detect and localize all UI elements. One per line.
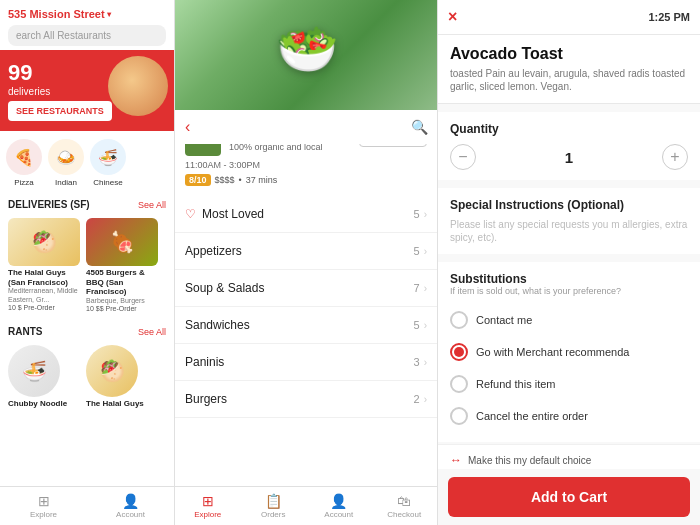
menu-count-row: 7 › xyxy=(414,282,427,294)
restaurant-card-halal2[interactable]: 🥙 The Halal Guys xyxy=(86,345,158,409)
quantity-value: 1 xyxy=(565,149,573,166)
address-bar[interactable]: 535 Mission Street ▾ xyxy=(8,8,166,20)
category-list: 🍕 Pizza 🍛 Indian 🍜 Chinese xyxy=(0,131,174,195)
menu-name: Paninis xyxy=(185,355,224,369)
radio-refund[interactable] xyxy=(450,375,468,393)
restaurant-card-chubby[interactable]: 🍜 Chubby Noodle xyxy=(8,345,80,409)
item-description: toasted Pain au levain, arugula, shaved … xyxy=(450,67,688,93)
category-item-chinese[interactable]: 🍜 Chinese xyxy=(90,139,126,187)
radio-cancel[interactable] xyxy=(450,407,468,425)
explore-icon: ⊞ xyxy=(202,493,214,509)
chinese-icon: 🍜 xyxy=(90,139,126,175)
chevron-right-icon: › xyxy=(424,320,427,331)
deliveries-see-all[interactable]: See All xyxy=(138,200,166,210)
card-title: Chubby Noodle xyxy=(8,399,80,409)
restaurants-section-header: RANTS See All xyxy=(0,322,174,341)
quantity-row: − 1 + xyxy=(450,144,688,170)
nav-account[interactable]: 👤 Account xyxy=(306,493,372,519)
menu-category-soup-salads[interactable]: Soup & Salads 7 › xyxy=(175,270,437,307)
radio-selected-indicator xyxy=(454,347,464,357)
menu-count: 3 xyxy=(414,356,420,368)
add-to-cart-button[interactable]: Add to Cart xyxy=(448,477,690,517)
default-choice-row[interactable]: ↔ Make this my default choice xyxy=(438,444,700,469)
card-subtitle: Barbeque, Burgers xyxy=(86,297,158,305)
radio-contact[interactable] xyxy=(450,311,468,329)
address-text: 535 Mission Street xyxy=(8,8,105,20)
menu-count: 5 xyxy=(414,208,420,220)
nav-orders[interactable]: 📋 Orders xyxy=(241,493,307,519)
panel-restaurant: ‹ 🔍 THE PLANT The Plant Cafe 100% organi… xyxy=(175,0,438,525)
category-item-indian[interactable]: 🍛 Indian xyxy=(48,139,84,187)
substitution-option-refund[interactable]: Refund this item xyxy=(450,368,688,400)
p1-header: 535 Mission Street ▾ earch All Restauran… xyxy=(0,0,174,50)
special-instructions-title: Special Instructions (Optional) xyxy=(450,198,688,212)
status-time: 1:25 PM xyxy=(648,11,690,23)
see-restaurants-button[interactable]: SEE RESTAURANTS xyxy=(8,101,112,121)
delivery-card-4505[interactable]: 🍖 4505 Burgers & BBQ (San Francisco) Bar… xyxy=(86,218,158,312)
menu-count-row: 3 › xyxy=(414,356,427,368)
menu-category-paninis[interactable]: Paninis 3 › xyxy=(175,344,437,381)
4505-logo: 🍖 xyxy=(86,218,158,266)
card-title: 4505 Burgers & BBQ (San Francisco) xyxy=(86,268,158,297)
account-icon: 👤 xyxy=(122,493,139,509)
search-icon[interactable]: 🔍 xyxy=(411,119,428,135)
delivery-label: deliveries xyxy=(8,86,112,97)
chevron-down-icon: ▾ xyxy=(107,10,111,19)
substitution-option-merchant[interactable]: Go with Merchant recommenda xyxy=(450,336,688,368)
special-instructions-placeholder: Please list any special requests you m a… xyxy=(450,218,688,244)
indian-icon: 🍛 xyxy=(48,139,84,175)
chubby-noodle-logo: 🍜 xyxy=(8,345,60,397)
nav-label: Account xyxy=(116,510,145,519)
substitutions-section: Substitutions If item is sold out, what … xyxy=(438,262,700,442)
menu-category-appetizers[interactable]: Appetizers 5 › xyxy=(175,233,437,270)
orders-icon: 📋 xyxy=(265,493,282,509)
hero-text: 99 deliveries SEE RESTAURANTS xyxy=(8,60,112,121)
card-title: The Halal Guys (San Francisco) xyxy=(8,268,80,287)
nav-label: Orders xyxy=(261,510,285,519)
radio-label-merchant: Go with Merchant recommenda xyxy=(476,346,629,358)
back-button[interactable]: ‹ xyxy=(185,118,190,136)
restaurants-see-all[interactable]: See All xyxy=(138,327,166,337)
restaurant-hours: 11:00AM - 3:00PM xyxy=(185,160,427,170)
nav-label: Explore xyxy=(194,510,221,519)
nav-account[interactable]: 👤 Account xyxy=(87,493,174,519)
heart-icon: ♡ xyxy=(185,207,196,221)
substitution-option-contact[interactable]: Contact me xyxy=(450,304,688,336)
halal-guys-logo2: 🥙 xyxy=(86,345,138,397)
menu-count: 2 xyxy=(414,393,420,405)
item-header: Avocado Toast toasted Pain au levain, ar… xyxy=(438,35,700,104)
nav-label: Checkout xyxy=(387,510,421,519)
menu-category-list: ♡ Most Loved 5 › Appetizers 5 › Soup & S… xyxy=(175,196,437,486)
substitution-option-cancel[interactable]: Cancel the entire order xyxy=(450,400,688,432)
nav-checkout[interactable]: 🛍 Checkout xyxy=(372,493,438,519)
category-item-pizza[interactable]: 🍕 Pizza xyxy=(6,139,42,187)
card-title: The Halal Guys xyxy=(86,399,158,409)
menu-category-most-loved[interactable]: ♡ Most Loved 5 › xyxy=(175,196,437,233)
deliveries-section-header: DELIVERIES (SF) See All xyxy=(0,195,174,214)
delivery-card-halal[interactable]: 🥙 The Halal Guys (San Francisco) Mediter… xyxy=(8,218,80,312)
pizza-icon: 🍕 xyxy=(6,139,42,175)
menu-count: 7 xyxy=(414,282,420,294)
radio-merchant[interactable] xyxy=(450,343,468,361)
quantity-increase-button[interactable]: + xyxy=(662,144,688,170)
search-input[interactable]: earch All Restaurants xyxy=(8,25,166,46)
nav-explore[interactable]: ⊞ Explore xyxy=(0,493,87,519)
delivery-time: 37 mins xyxy=(246,175,278,185)
radio-label-refund: Refund this item xyxy=(476,378,555,390)
chevron-right-icon: › xyxy=(424,357,427,368)
quantity-section: Quantity − 1 + xyxy=(438,112,700,180)
nav-label: Explore xyxy=(30,510,57,519)
card-price: 10 $$ Pre-Order xyxy=(86,305,158,312)
menu-name: Burgers xyxy=(185,392,227,406)
menu-left: Appetizers xyxy=(185,244,242,258)
nav-explore[interactable]: ⊞ Explore xyxy=(175,493,241,519)
menu-left: Sandwiches xyxy=(185,318,250,332)
substitutions-title: Substitutions xyxy=(450,272,688,286)
quantity-decrease-button[interactable]: − xyxy=(450,144,476,170)
menu-category-sandwiches[interactable]: Sandwiches 5 › xyxy=(175,307,437,344)
menu-category-burgers[interactable]: Burgers 2 › xyxy=(175,381,437,418)
special-instructions-section: Special Instructions (Optional) Please l… xyxy=(438,188,700,254)
panel-home: 535 Mission Street ▾ earch All Restauran… xyxy=(0,0,175,525)
price-range: $$$$ xyxy=(215,175,235,185)
close-button[interactable]: × xyxy=(448,8,457,26)
